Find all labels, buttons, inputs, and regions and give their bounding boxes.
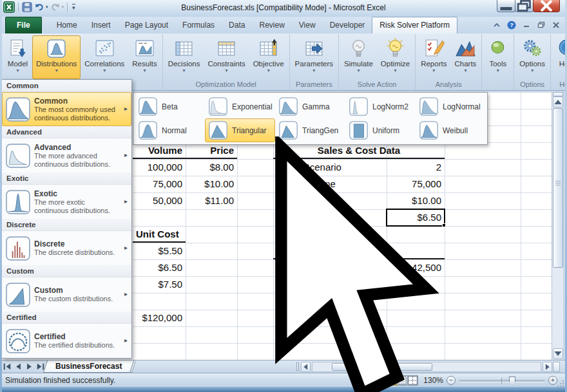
zoom-slider[interactable] <box>459 380 545 382</box>
ribbon-tab-home[interactable]: Home <box>50 17 84 33</box>
menu-item-exotic[interactable]: ExoticThe more exotic continuous distrib… <box>2 185 131 219</box>
flyout-item-normal[interactable]: Normal <box>135 118 205 142</box>
cell-A6[interactable]: 75,000 <box>133 176 186 192</box>
ribbon-button-objective[interactable]: Objective▾ <box>249 35 288 79</box>
ribbon-tab-insert[interactable]: Insert <box>84 17 118 33</box>
ribbon-button-decisions[interactable]: Decisions▾ <box>164 35 204 79</box>
zoom-out-button[interactable]: − <box>447 376 456 385</box>
ribbon-button-reports[interactable]: Reports▾ <box>417 35 450 79</box>
menu-item-discrete[interactable]: DiscreteThe discrete distributions.▸ <box>2 231 131 265</box>
ribbon-tab-view[interactable]: View <box>292 17 323 33</box>
workbook-restore-button[interactable] <box>537 21 546 30</box>
minimize-ribbon-button[interactable] <box>492 21 501 30</box>
scroll-down-button[interactable] <box>553 348 563 359</box>
cell-E7[interactable]: $10.00 <box>387 192 445 209</box>
menu-item-common[interactable]: CommonThe most commonly used continuous … <box>2 92 131 126</box>
cell-A11[interactable]: $6.50 <box>133 259 186 276</box>
horizontal-scrollbar-thumb[interactable] <box>332 363 432 371</box>
ribbon-tab-review[interactable]: Review <box>252 17 291 33</box>
cell-A14[interactable]: $120,000 <box>133 310 186 326</box>
cell-A9[interactable]: Unit Cost <box>133 226 186 243</box>
ribbon-tab-developer[interactable]: Developer <box>323 17 372 33</box>
workbook-minimize-button[interactable] <box>522 21 531 30</box>
menu-item-advanced[interactable]: AdvancedThe more advanced continuous dis… <box>2 138 131 173</box>
cell-B5[interactable]: $8.00 <box>186 159 237 176</box>
close-window-button[interactable] <box>533 0 560 12</box>
menu-item-custom[interactable]: CustomThe custom distributions.▸ <box>2 277 131 312</box>
ribbon-button-correlations[interactable]: Correlations▾ <box>81 35 128 79</box>
flyout-item-lognorm2[interactable]: LogNorm2 <box>345 95 416 118</box>
zoom-level[interactable]: 130% <box>419 376 443 385</box>
normal-view-button[interactable] <box>387 375 398 386</box>
qat-customize-button[interactable]: ▾ <box>72 4 75 10</box>
cell-A7[interactable]: 50,000 <box>133 192 186 209</box>
first-sheet-button[interactable] <box>3 362 12 371</box>
cell-E6[interactable]: 75,000 <box>387 176 445 192</box>
cell-D7[interactable]: Selling Price <box>273 192 387 209</box>
flyout-item-triangular[interactable]: Triangular <box>205 118 275 142</box>
ribbon-tab-page-layout[interactable]: Page Layout <box>118 17 175 33</box>
undo-dropdown-icon[interactable]: ▾ <box>46 5 48 10</box>
zoom-slider-thumb[interactable] <box>509 377 515 386</box>
cell-E5[interactable]: 2 <box>387 159 445 176</box>
resize-grip-icon[interactable] <box>557 378 564 386</box>
scroll-left-button[interactable] <box>301 362 311 372</box>
horizontal-scrollbar[interactable] <box>312 362 541 372</box>
help-icon[interactable]: ? <box>507 21 516 30</box>
flyout-item-uniform[interactable]: Uniform <box>345 118 416 142</box>
ribbon-button-parameters[interactable]: Parameters▾ <box>291 35 337 79</box>
ribbon-button-distributions[interactable]: Distributions▾ <box>32 35 81 79</box>
vertical-scrollbar-thumb[interactable] <box>553 108 563 268</box>
flyout-item-gamma[interactable]: Gamma <box>275 95 345 118</box>
scroll-right-button[interactable] <box>543 362 552 372</box>
split-handle[interactable] <box>553 92 563 97</box>
page-break-view-button[interactable] <box>407 375 418 386</box>
cell-B7[interactable]: $11.00 <box>186 192 237 209</box>
ribbon-tab-risk-solver-platform[interactable]: Risk Solver Platform <box>372 17 457 33</box>
next-sheet-button[interactable] <box>24 362 34 371</box>
cell-D10[interactable]: Profit Forecast <box>273 243 445 259</box>
ribbon-button-simulate[interactable]: Simulate▾ <box>340 35 377 79</box>
ribbon-button-constraints[interactable]: Constraints▾ <box>204 35 249 79</box>
flyout-item-beta[interactable]: Beta <box>135 95 205 118</box>
minimize-window-button[interactable] <box>497 0 515 12</box>
cell-A12[interactable]: $7.50 <box>133 276 186 293</box>
flyout-item-exponential[interactable]: Exponential <box>205 95 275 118</box>
workbook-close-button[interactable] <box>552 21 561 30</box>
vertical-scrollbar[interactable] <box>552 92 563 360</box>
cell-A5[interactable]: 100,000 <box>133 159 186 176</box>
ribbon-tab-file[interactable]: File <box>5 17 42 33</box>
cell-A10[interactable]: $5.50 <box>133 243 186 259</box>
ribbon-button-charts[interactable]: Charts▾ <box>450 35 480 79</box>
cell-D6[interactable]: Sales Volume <box>273 176 387 192</box>
ribbon-tab-formulas[interactable]: Formulas <box>175 17 222 33</box>
undo-button[interactable] <box>34 2 44 12</box>
cell-D12[interactable]: Average Profit <box>273 276 387 293</box>
flyout-item-trianggen[interactable]: TriangGen <box>275 118 345 142</box>
sheet-tab-businessforecast[interactable]: BusinessForecast <box>45 360 132 373</box>
ribbon-tab-data[interactable]: Data <box>222 17 252 33</box>
ribbon-button-tools[interactable]: Tools▾ <box>483 35 512 79</box>
tab-split-handle[interactable] <box>296 362 299 371</box>
previous-sheet-button[interactable] <box>14 362 23 371</box>
cell-D5[interactable]: Sales Scenario <box>273 159 387 176</box>
ribbon-button-model[interactable]: Model▾ <box>3 35 32 79</box>
save-button[interactable] <box>22 2 32 12</box>
cell-B6[interactable]: $10.00 <box>186 176 237 192</box>
scroll-up-button[interactable] <box>553 97 563 107</box>
cell-E11[interactable]: $142,500 <box>387 259 445 276</box>
horizontal-split-handle[interactable] <box>553 362 560 372</box>
menu-item-certified[interactable]: CertifiedThe certified distributions.▸ <box>2 324 131 358</box>
flyout-item-weibull[interactable]: Weibull <box>416 118 486 142</box>
cell-D11[interactable]: Net Profit <box>273 259 387 276</box>
ribbon-button-options[interactable]: Options▾ <box>515 35 549 79</box>
page-layout-view-button[interactable] <box>397 375 408 386</box>
fill-handle[interactable] <box>442 223 446 227</box>
ribbon-button-results[interactable]: Results▾ <box>128 35 160 79</box>
cell-bottom-border <box>186 158 237 159</box>
zoom-in-button[interactable]: + <box>548 376 557 385</box>
restore-window-button[interactable] <box>515 0 533 12</box>
cell-D8[interactable]: Unit cost <box>273 209 387 226</box>
flyout-item-lognormal[interactable]: LogNormal <box>416 95 486 118</box>
ribbon-button-optimize[interactable]: Optimize▾ <box>377 35 414 79</box>
